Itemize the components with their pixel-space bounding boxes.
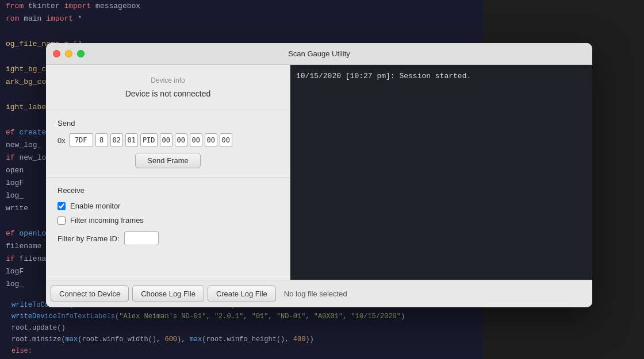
code-line	[0, 25, 483, 38]
receive-section: Receive Enable monitor Filter incoming f…	[46, 177, 290, 280]
device-status: Device is not connected	[57, 89, 278, 98]
filter-incoming-checkbox[interactable]	[57, 217, 66, 225]
send-section: Send 0x Send Frame	[46, 110, 290, 177]
enable-monitor-checkbox[interactable]	[57, 202, 66, 210]
send-field-6[interactable]	[175, 133, 187, 147]
send-field-7[interactable]	[190, 133, 202, 147]
send-field-1[interactable]	[95, 133, 108, 147]
send-field-9[interactable]	[220, 133, 232, 147]
code-line: rom main import *	[0, 13, 483, 25]
bottom-bar: Connect to Device Choose Log File Create…	[46, 280, 592, 307]
send-field-5[interactable]	[160, 133, 172, 147]
send-fields: 0x	[57, 133, 278, 147]
title-bar: Scan Gauge Utility	[46, 43, 592, 65]
send-field-2[interactable]	[110, 133, 123, 147]
send-frame-button[interactable]: Send Frame	[135, 153, 201, 168]
filter-by-id-label: Filter by Frame ID:	[57, 234, 120, 243]
window-title: Scan Gauge Utility	[288, 49, 350, 58]
scan-gauge-dialog: Scan Gauge Utility Device info Device is…	[46, 43, 592, 307]
create-log-file-button[interactable]: Create Log File	[208, 285, 276, 302]
filter-incoming-row: Filter incoming frames	[57, 216, 278, 225]
console-panel: 10/15/2020 [10:27 pm]: Session started.	[290, 65, 592, 280]
device-info-section: Device info Device is not connected	[46, 65, 290, 110]
send-field-8[interactable]	[205, 133, 217, 147]
code-line: from tkinter import messagebox	[0, 0, 483, 13]
receive-label: Receive	[57, 186, 278, 195]
device-info-label: Device info	[57, 76, 278, 84]
choose-log-file-button[interactable]: Choose Log File	[132, 285, 204, 302]
no-file-label: No log file selected	[279, 289, 347, 298]
send-label: Send	[57, 119, 278, 128]
send-field-0[interactable]	[69, 133, 93, 147]
filter-id-input[interactable]	[124, 231, 159, 245]
send-field-4[interactable]	[140, 133, 158, 147]
send-field-3[interactable]	[125, 133, 138, 147]
maximize-button[interactable]	[77, 50, 85, 57]
left-panel: Device info Device is not connected Send…	[46, 65, 290, 280]
traffic-lights	[53, 50, 85, 57]
filter-id-row: Filter by Frame ID:	[57, 231, 278, 245]
minimize-button[interactable]	[65, 50, 72, 57]
filter-incoming-label: Filter incoming frames	[70, 216, 144, 225]
enable-monitor-label: Enable monitor	[70, 202, 120, 210]
console-output: 10/15/2020 [10:27 pm]: Session started.	[296, 71, 586, 82]
dialog-body: Device info Device is not connected Send…	[46, 65, 592, 280]
enable-monitor-row: Enable monitor	[57, 202, 278, 210]
hex-prefix: 0x	[57, 136, 66, 145]
connect-to-device-button[interactable]: Connect to Device	[51, 285, 129, 302]
close-button[interactable]	[53, 50, 60, 57]
